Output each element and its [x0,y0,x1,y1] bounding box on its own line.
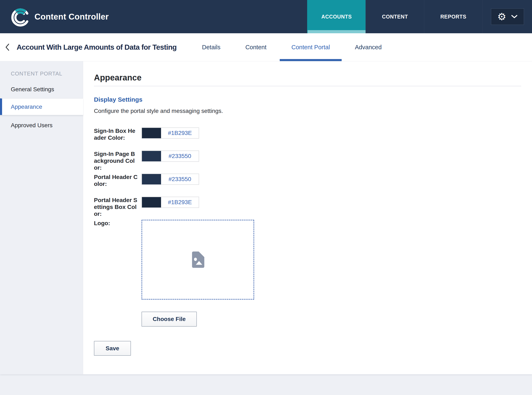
nav-item-content[interactable]: CONTENT [366,0,424,33]
field-label: Sign-In Page Background Color: [94,150,138,171]
logo-dropzone[interactable] [141,220,254,300]
tab-label: Content [245,44,267,51]
sidebar-item-approved-users[interactable]: Approved Users [0,115,83,136]
image-placeholder-icon [191,251,205,268]
color-picker-control [141,127,199,139]
choose-file-button[interactable]: Choose File [141,312,197,327]
color-picker-control [141,174,199,185]
tab-content[interactable]: Content [234,33,278,61]
tab-label: Details [202,44,221,51]
display-settings-form: Sign-In Box Header Color: Sign-In Page B… [94,127,521,356]
brand[interactable]: Content Controller [0,0,109,33]
nav-item-label: ACCOUNTS [321,14,352,20]
gear-icon: ⚙ [497,12,506,22]
chevron-left-icon [5,44,10,51]
back-button[interactable] [5,44,10,51]
section-description: Configure the portal style and messaging… [94,108,521,115]
chevron-down-icon [511,15,517,18]
color-hex-input[interactable] [161,197,199,208]
save-button[interactable]: Save [94,341,131,356]
field-label: Portal Header Settings Box Color: [94,197,138,217]
field-label: Sign-In Box Header Color: [94,127,138,141]
sidebar-item-general-settings[interactable]: General Settings [0,80,83,98]
main-panel: Appearance Display Settings Configure th… [83,61,532,374]
color-swatch[interactable] [142,197,161,208]
sidebar: CONTENT PORTAL General Settings Appearan… [0,61,83,374]
color-picker-control [141,150,199,162]
field-label: Portal Header Color: [94,174,138,187]
color-picker-control [141,197,199,208]
sidebar-item-label: Appearance [11,104,42,110]
section-heading: Display Settings [94,96,521,103]
color-hex-input[interactable] [161,128,199,138]
tab-label: Advanced [355,44,382,51]
field-portal-header-settings-box-color: Portal Header Settings Box Color: [94,197,521,208]
top-navbar: Content Controller ACCOUNTS CONTENT REPO… [0,0,532,33]
tab-details[interactable]: Details [190,33,232,61]
sidebar-heading: CONTENT PORTAL [0,61,83,77]
field-portal-header-color: Portal Header Color: [94,174,521,185]
main-title: Appearance [94,73,521,82]
color-swatch[interactable] [142,151,161,161]
color-hex-input[interactable] [161,174,199,184]
tab-content-portal[interactable]: Content Portal [280,33,342,61]
settings-menu-button[interactable]: ⚙ [491,8,524,25]
sidebar-item-label: General Settings [11,86,54,93]
color-hex-input[interactable] [161,151,199,161]
field-logo: Logo: [94,220,521,300]
sidebar-item-appearance[interactable]: Appearance [0,98,83,115]
title-divider [94,86,521,86]
field-label: Logo: [94,220,138,227]
nav-settings-area: ⚙ [482,0,532,33]
nav-item-label: CONTENT [382,14,408,20]
nav-item-accounts[interactable]: ACCOUNTS [307,0,366,33]
color-swatch[interactable] [142,128,161,138]
field-signin-page-background-color: Sign-In Page Background Color: [94,150,521,162]
content-controller-logo-icon [10,6,31,27]
tab-label: Content Portal [291,44,330,51]
brand-name: Content Controller [34,12,109,22]
content-area: CONTENT PORTAL General Settings Appearan… [0,61,532,374]
tab-advanced[interactable]: Advanced [343,33,393,61]
color-swatch[interactable] [142,174,161,184]
nav-item-reports[interactable]: REPORTS [424,0,482,33]
primary-nav: ACCOUNTS CONTENT REPORTS [307,0,482,33]
page-header: Account With Large Amounts of Data for T… [0,33,532,61]
field-signin-box-header-color: Sign-In Box Header Color: [94,127,521,139]
page-title: Account With Large Amounts of Data for T… [17,43,177,51]
nav-item-label: REPORTS [440,14,466,20]
sidebar-item-label: Approved Users [11,122,53,129]
account-tabs: Details Content Content Portal Advanced [190,33,393,61]
